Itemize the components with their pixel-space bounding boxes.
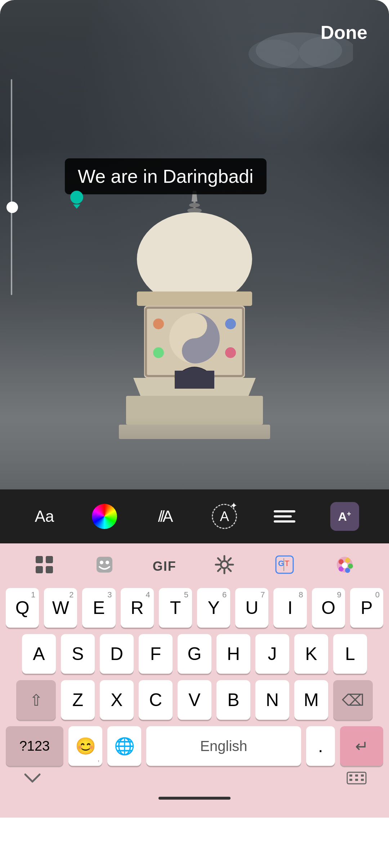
keyboard-translate-button[interactable]: G T	[268, 552, 301, 581]
key-x[interactable]: X	[100, 680, 134, 720]
key-m[interactable]: M	[294, 680, 328, 720]
key-h[interactable]: H	[216, 634, 250, 674]
svg-rect-19	[175, 371, 214, 389]
svg-point-38	[345, 558, 350, 563]
svg-point-30	[106, 561, 109, 564]
svg-text:G: G	[278, 559, 284, 568]
color-wheel-icon	[92, 504, 117, 529]
gif-icon: GIF	[153, 559, 176, 574]
keyboard-grid-button[interactable]	[28, 552, 61, 581]
collapse-keyboard-button[interactable]	[22, 771, 43, 787]
text-align-button[interactable]	[268, 500, 301, 533]
svg-rect-44	[349, 774, 352, 777]
svg-point-6	[187, 208, 202, 213]
delete-key[interactable]: ⌫	[333, 680, 373, 720]
key-v[interactable]: V	[178, 680, 211, 720]
svg-point-29	[100, 561, 103, 564]
shift-key[interactable]: ⇧	[16, 680, 56, 720]
font-size-button[interactable]: Aa	[28, 500, 61, 533]
keyboard-row-1: 1Q 2W 3E 4R 5T 6Y 7U 8I 9O 0P	[6, 588, 383, 628]
svg-point-20	[153, 318, 164, 329]
done-button[interactable]: Done	[321, 22, 367, 43]
return-icon: ↵	[355, 737, 368, 755]
text-style-circle: A ✦	[212, 504, 237, 529]
key-c[interactable]: C	[139, 680, 173, 720]
home-indicator	[158, 797, 231, 800]
svg-rect-43	[347, 772, 366, 784]
key-o[interactable]: 9O	[312, 588, 345, 628]
numeric-label: ?123	[19, 738, 50, 754]
svg-point-22	[153, 347, 164, 358]
key-q[interactable]: 1Q	[6, 588, 39, 628]
background-stupa	[104, 187, 285, 439]
key-y[interactable]: 6Y	[197, 588, 230, 628]
delete-icon: ⌫	[342, 691, 364, 709]
keyboard-palette-button[interactable]	[328, 552, 361, 581]
return-key[interactable]: ↵	[340, 726, 383, 766]
key-g[interactable]: G	[178, 634, 211, 674]
key-p[interactable]: 0P	[350, 588, 383, 628]
svg-text:T: T	[285, 559, 289, 568]
color-picker-button[interactable]	[88, 500, 121, 533]
keyboard-tools-row: GIF G T	[0, 543, 389, 588]
align-icon	[274, 510, 295, 523]
svg-point-21	[225, 318, 236, 329]
key-j[interactable]: J	[255, 634, 289, 674]
key-b[interactable]: B	[216, 680, 250, 720]
key-r[interactable]: 4R	[121, 588, 154, 628]
key-l[interactable]: L	[333, 634, 367, 674]
text-style-star: ✦	[230, 501, 237, 511]
keyboard-type-button[interactable]	[346, 771, 367, 787]
svg-point-14	[190, 347, 199, 355]
svg-point-23	[225, 347, 236, 358]
keyboard-settings-button[interactable]	[208, 552, 241, 581]
svg-point-39	[348, 564, 353, 569]
size-slider-handle[interactable]	[6, 202, 18, 213]
photo-editor-canvas[interactable]: Done	[0, 0, 389, 489]
key-u[interactable]: 7U	[235, 588, 268, 628]
svg-rect-26	[36, 566, 43, 573]
key-i[interactable]: 8I	[273, 588, 307, 628]
settings-icon	[214, 555, 234, 579]
key-t[interactable]: 5T	[159, 588, 192, 628]
left-slider-track	[11, 79, 12, 295]
key-k[interactable]: K	[294, 634, 328, 674]
aa-label: Aa	[35, 507, 54, 525]
keyboard-row-3: ⇧ Z X C V B N M ⌫	[6, 680, 383, 720]
period-label: .	[318, 736, 323, 756]
svg-rect-28	[97, 557, 112, 573]
svg-rect-27	[46, 566, 53, 573]
text-overlay[interactable]: We are in Daringbadi	[65, 158, 267, 194]
numeric-key[interactable]: ?123	[6, 726, 63, 766]
key-n[interactable]: N	[255, 680, 289, 720]
magic-text-button[interactable]: A+	[328, 500, 361, 533]
space-key[interactable]: English	[146, 726, 301, 766]
emoji-icon: 😊	[75, 736, 96, 756]
svg-point-1	[249, 40, 299, 68]
key-w[interactable]: 2W	[44, 588, 77, 628]
palette-icon	[335, 555, 355, 579]
comma-label: ,	[98, 755, 99, 763]
key-s[interactable]: S	[61, 634, 95, 674]
photo-gradient-overlay	[0, 417, 389, 489]
key-e[interactable]: 3E	[82, 588, 115, 628]
color-cursor	[70, 191, 83, 209]
svg-rect-45	[355, 774, 358, 777]
text-style-icon: A	[220, 509, 229, 524]
key-d[interactable]: D	[100, 634, 134, 674]
key-f[interactable]: F	[139, 634, 173, 674]
globe-key[interactable]: 🌐	[107, 726, 141, 766]
font-style-button[interactable]: //A	[148, 500, 181, 533]
keyboard-sticker-button[interactable]	[88, 552, 121, 581]
key-a[interactable]: A	[22, 634, 56, 674]
emoji-key[interactable]: 😊 ,	[68, 726, 102, 766]
svg-rect-24	[36, 556, 43, 563]
period-key[interactable]: .	[306, 726, 335, 766]
svg-rect-49	[361, 779, 364, 781]
svg-rect-47	[349, 779, 352, 781]
key-z[interactable]: Z	[61, 680, 95, 720]
text-style-button[interactable]: A ✦	[208, 500, 241, 533]
keyboard-gif-button[interactable]: GIF	[148, 552, 181, 581]
svg-rect-25	[46, 556, 53, 563]
home-bar-area	[0, 767, 389, 810]
